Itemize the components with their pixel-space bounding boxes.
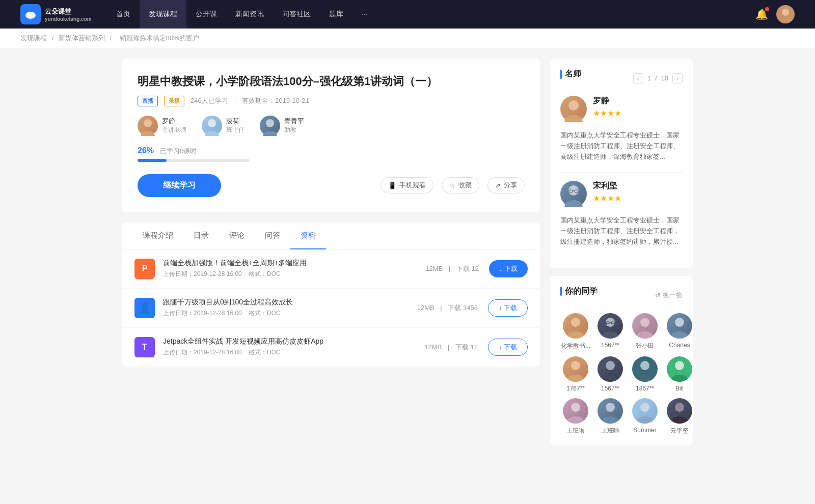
sidebar-teacher-1-info: 宋利坚 ★★★★ [593,181,621,207]
resource-stats-1: 12MB | 下载 3456 [415,303,480,313]
classmate-11-avatar[interactable] [667,398,692,424]
classmate-10-avatar[interactable] [632,398,658,424]
teacher-2-info: 青青平 助教 [284,117,304,134]
sidebar-teacher-1: 宋利坚 ★★★★ [560,181,683,207]
breadcrumb-item-0[interactable]: 发现课程 [20,34,47,42]
sidebar-teacher-1-name: 宋利坚 [593,181,621,191]
classmate-5-name: 1567** [595,385,626,392]
tab-comment[interactable]: 评论 [219,222,255,249]
refresh-label: 换一换 [663,291,683,300]
classmate-8-avatar[interactable] [563,398,588,424]
teachers-card: 名师 ‹ 1/10 › 罗静 ★★★★ [550,59,693,268]
nav-more[interactable]: ··· [352,0,377,29]
classmate-5-avatar[interactable] [597,356,623,382]
logo-sub: yundouketang.com [45,16,92,22]
bell-notification-dot [765,7,769,11]
classmate-6-avatar[interactable] [632,356,658,382]
classmate-2-name: 张小田 [630,342,660,350]
download-button-0[interactable]: ↓ 下载 [489,260,528,277]
user-avatar[interactable] [776,5,795,23]
classmate-4: 1767** [560,356,591,392]
download-button-1[interactable]: ↓ 下载 [488,299,528,317]
classmate-6-name: 1867** [630,385,660,392]
teacher-1-info: 凌荷 班主任 [226,117,244,134]
main-content: 明星中教授课，小学阶段语法100分–强化级第1讲动词（一） 直播 录播 246人… [122,59,540,454]
nav-quiz[interactable]: 题库 [320,0,352,29]
classmate-10-name: Summer [630,427,660,434]
pager-total: 10 [661,74,668,82]
classmates-card: 你的同学 ↺ 换一换 化学教书... [550,276,693,445]
classmate-6: 1867** [630,356,660,392]
badge-record: 录播 [164,96,184,106]
share-button[interactable]: ⇗ 分享 [487,177,525,193]
tab-catalog[interactable]: 目录 [183,222,219,249]
sidebar: 名师 ‹ 1/10 › 罗静 ★★★★ [550,59,693,454]
svg-point-17 [675,318,684,327]
sidebar-teacher-0-info: 罗静 ★★★★ [593,96,621,122]
pager-current: 1 [647,74,651,82]
resource-meta-1: 上传日期：2019-12-28 16:00 格式：DOC [163,309,407,318]
progress-section: 26% 已学习0课时 [138,146,525,162]
resource-stats-2: 12MB | 下载 12 [422,343,480,352]
svg-point-11 [571,318,580,327]
pager-prev[interactable]: ‹ [633,73,643,83]
teacher-1-name: 凌荷 [226,117,244,126]
tabs-section: 课程介绍 目录 评论 问答 资料 P 前端全栈加强版！前端全栈+全周期+多端应用… [122,222,540,367]
resource-title-2: Jetpack全组件实战 开发短视频应用高仿皮皮虾App [163,337,414,346]
classmate-0-name: 化学教书... [560,342,591,350]
svg-point-6 [568,100,579,110]
sidebar-teacher-0-desc: 国内某重点大学安全工程专业硕士，国家一级注册消防工程师、注册安全工程师、高级注册… [560,130,683,162]
divider [560,172,683,173]
svg-point-19 [606,361,615,370]
resource-stats-0: 12MB | 下载 12 [423,264,481,273]
star-icon: ☆ [449,182,455,189]
refresh-button[interactable]: ↺ 换一换 [655,291,683,300]
resource-meta-2: 上传日期：2019-12-28 16:00 格式：DOC [163,348,414,357]
tab-resource[interactable]: 资料 [290,222,326,249]
main-container: 明星中教授课，小学阶段语法100分–强化级第1讲动词（一） 直播 录播 246人… [102,48,713,464]
classmate-7-avatar[interactable] [667,356,692,382]
course-title: 明星中教授课，小学阶段语法100分–强化级第1讲动词（一） [138,74,525,90]
classmate-3: Charles [664,313,695,350]
classmates-grid: 化学教书... 1567** 张小田 [560,313,683,435]
sidebar-teacher-1-stars: ★★★★ [593,193,621,203]
resource-info-2: Jetpack全组件实战 开发短视频应用高仿皮皮虾App 上传日期：2019-1… [163,337,414,357]
nav-discover[interactable]: 发现课程 [140,0,186,29]
classmate-0-avatar[interactable] [563,313,588,339]
logo[interactable]: 云朵课堂 yundouketang.com [20,4,92,24]
mobile-watch-button[interactable]: 📱 手机观看 [381,177,433,193]
course-card: 明星中教授课，小学阶段语法100分–强化级第1讲动词（一） 直播 录播 246人… [122,59,540,212]
sidebar-teacher-0-avatar [560,96,587,122]
nav-qa[interactable]: 问答社区 [273,0,320,29]
bell-button[interactable]: 🔔 [755,8,768,20]
nav-news[interactable]: 新闻资讯 [226,0,273,29]
resource-title-0: 前端全栈加强版！前端全栈+全周期+多端应用 [163,259,415,268]
classmate-7-name: Bill [664,385,695,392]
svg-point-5 [266,119,274,127]
classmate-9-avatar[interactable] [597,398,623,424]
resource-info-1: 跟随千万级项目从0到100全过程高效成长 上传日期：2019-12-28 16:… [163,298,407,318]
svg-point-4 [208,119,216,127]
classmate-4-avatar[interactable] [563,356,588,382]
download-button-2[interactable]: ↓ 下载 [488,339,528,356]
teacher-0: 罗静 主讲老师 [138,116,186,136]
pager-next[interactable]: › [672,73,683,83]
collect-button[interactable]: ☆ 收藏 [442,177,479,193]
course-meta: 直播 录播 246人已学习 · 有效期至：2019-10-21 [138,96,525,106]
breadcrumb: 发现课程 / 新媒体营销系列 / 销冠修炼术搞定80%的客户 [0,29,815,48]
nav-open[interactable]: 公开课 [186,0,226,29]
teacher-0-name: 罗静 [162,117,186,126]
tab-intro[interactable]: 课程介绍 [132,222,183,249]
classmate-1-avatar[interactable] [597,313,623,339]
classmate-4-name: 1767** [560,385,591,392]
classmate-11: 云平坚 [664,398,695,435]
continue-button[interactable]: 继续学习 [138,174,221,197]
course-students: 246人已学习 [191,96,228,105]
collect-label: 收藏 [458,181,472,190]
share-label: 分享 [504,181,517,190]
nav-home[interactable]: 首页 [107,0,140,29]
classmate-3-avatar[interactable] [667,313,692,339]
tab-qa[interactable]: 问答 [255,222,290,249]
classmate-2-avatar[interactable] [632,313,658,339]
breadcrumb-item-1[interactable]: 新媒体营销系列 [59,34,105,42]
